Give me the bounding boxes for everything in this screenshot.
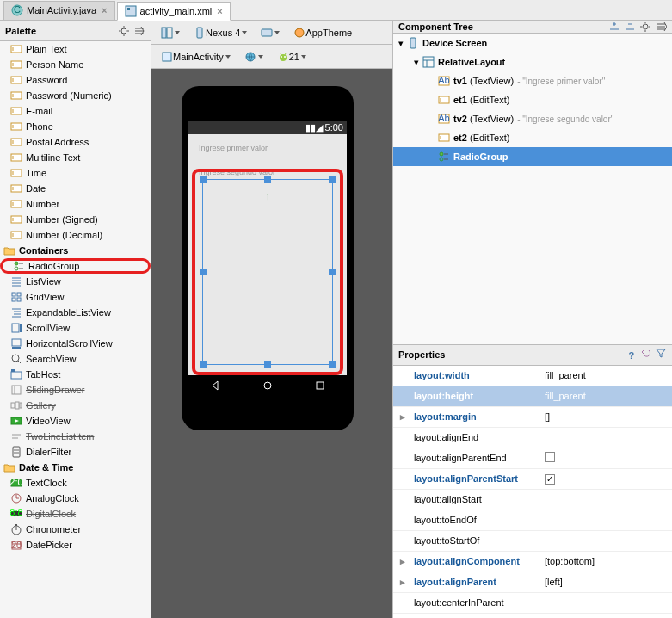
palette-item-videoview[interactable]: VideoView — [0, 413, 151, 429]
palette-toggle-button[interactable] — [157, 24, 184, 41]
palette-item-twolinelistitem[interactable]: TwoLineListItem — [0, 429, 151, 444]
tree-node-tv1[interactable]: Abtv1 (TextView)- "Ingrese primer valor" — [393, 71, 672, 90]
palette-item-digitalclock[interactable]: 88:88DigitalClock — [0, 506, 151, 522]
checkbox[interactable] — [545, 452, 555, 462]
property-layout-height[interactable]: layout:heightfill_parent — [393, 386, 672, 407]
palette-category-datetime[interactable]: Date & Time — [0, 460, 151, 475]
minimize-icon[interactable] — [655, 21, 667, 33]
gear-icon[interactable] — [118, 25, 130, 37]
palette-item-gallery[interactable]: Gallery — [0, 398, 151, 413]
checkbox[interactable] — [545, 474, 555, 485]
help-icon[interactable]: ? — [626, 350, 638, 362]
expand-icon[interactable] — [608, 21, 620, 33]
property-layout-alignparentstart[interactable]: layout:alignParentStart — [393, 469, 672, 490]
palette-item-gridview[interactable]: GridView — [0, 289, 151, 305]
property-value[interactable]: fill_parent — [545, 370, 586, 380]
device-selector[interactable]: Nexus 4 — [189, 24, 251, 41]
property-value[interactable]: [] — [545, 411, 550, 422]
palette-item-textclock[interactable]: 12:00TextClock — [0, 475, 151, 491]
resize-handle[interactable] — [329, 269, 336, 275]
locale-selector[interactable] — [240, 48, 268, 65]
theme-selector[interactable]: AppTheme — [289, 24, 356, 41]
palette-item-password-numeric-[interactable]: Password (Numeric) — [0, 88, 151, 103]
tree-node-tv2[interactable]: Abtv2 (TextView)- "Ingrese segundo valor… — [393, 109, 672, 128]
activity-selector[interactable]: MainActivity — [157, 48, 235, 65]
tree-node-et2[interactable]: et2 (EditText) — [393, 128, 672, 147]
property-layout-alignparent[interactable]: ▸layout:alignParent[left] — [393, 572, 672, 593]
resize-handle[interactable] — [329, 176, 336, 183]
resize-handle[interactable] — [329, 361, 336, 368]
property-layout-alignparentend[interactable]: layout:alignParentEnd — [393, 448, 672, 469]
palette-item-horizontalscrollview[interactable]: HorizontalScrollView — [0, 336, 151, 351]
property-layout-aligncomponent[interactable]: ▸layout:alignComponent[top:bottom] — [393, 552, 672, 572]
collapse-icon[interactable] — [133, 25, 145, 37]
palette-item-person-name[interactable]: Person Name — [0, 57, 151, 72]
palette-category-containers[interactable]: Containers — [0, 243, 151, 258]
close-icon[interactable]: × — [217, 6, 222, 16]
palette-item-radiogroup[interactable]: RadioGroup — [0, 258, 151, 274]
orientation-button[interactable] — [256, 24, 284, 41]
tab-activity-main-xml[interactable]: activity_main.xml × — [117, 2, 231, 21]
caret-icon[interactable]: ▾ — [414, 57, 422, 68]
palette-item-analogclock[interactable]: AnalogClock — [0, 491, 151, 506]
tree-node-label: et1 (EditText) — [453, 95, 509, 105]
property-layout-width[interactable]: layout:widthfill_parent — [393, 366, 672, 386]
design-surface[interactable]: ▮▮◢ 5:00 Ingrese primer valor Ingrese se… — [151, 69, 392, 618]
property-value[interactable]: fill_parent — [545, 391, 586, 401]
palette-item-dialerfilter[interactable]: DialerFilter — [0, 444, 151, 460]
tree-node-label: RelativeLayout — [438, 57, 505, 67]
resize-handle[interactable] — [264, 361, 271, 368]
palette-item-expandablelistview[interactable]: ExpandableListView — [0, 305, 151, 320]
property-layout-centerinparent[interactable]: layout:centerInParent — [393, 593, 672, 614]
api-selector[interactable]: 21 — [273, 48, 311, 65]
expand-icon[interactable]: ▸ — [400, 411, 409, 423]
palette-item-searchview[interactable]: SearchView — [0, 351, 151, 367]
tree-node-device-screen[interactable]: ▾Device Screen — [393, 34, 672, 53]
tree-node-et1[interactable]: et1 (EditText) — [393, 90, 672, 109]
property-layout-alignstart[interactable]: layout:alignStart — [393, 490, 672, 510]
tree-node-radiogroup[interactable]: RadioGroup — [393, 147, 672, 166]
property-layout-tostartof[interactable]: layout:toStartOf — [393, 531, 672, 552]
property-layout-margin[interactable]: ▸layout:margin[] — [393, 407, 672, 428]
tab-main-activity-java[interactable]: C MainActivity.java × — [3, 1, 115, 20]
selection-rect[interactable]: ↑ — [202, 179, 333, 365]
palette-item-phone[interactable]: Phone — [0, 119, 151, 134]
property-layout-toendof[interactable]: layout:toEndOf — [393, 510, 672, 531]
gear-icon[interactable] — [639, 21, 651, 33]
filter-icon[interactable] — [655, 347, 667, 359]
property-layout-alignend[interactable]: layout:alignEnd — [393, 428, 672, 448]
folder-icon — [3, 244, 15, 256]
close-icon[interactable]: × — [102, 5, 107, 15]
resize-handle[interactable] — [200, 176, 207, 183]
palette-item-date[interactable]: Date — [0, 181, 151, 196]
palette-item-scrollview[interactable]: ScrollView — [0, 320, 151, 336]
collapse-icon[interactable] — [624, 21, 636, 33]
palette-item-multiline-text[interactable]: Multiline Text — [0, 150, 151, 165]
palette-item-number-decimal-[interactable]: Number (Decimal) — [0, 227, 151, 243]
palette-item-tabhost[interactable]: TabHost — [0, 367, 151, 382]
undo-icon[interactable] — [640, 347, 652, 359]
palette-item-chronometer[interactable]: Chronometer — [0, 522, 151, 537]
palette-item-slidingdrawer[interactable]: SlidingDrawer — [0, 382, 151, 398]
palette-item-postal-address[interactable]: Postal Address — [0, 134, 151, 150]
resize-handle[interactable] — [200, 269, 207, 275]
resize-handle[interactable] — [264, 176, 271, 183]
phone-screen[interactable]: ▮▮◢ 5:00 Ingrese primer valor Ingrese se… — [188, 121, 347, 396]
tree-node-relativelayout[interactable]: ▾RelativeLayout — [393, 53, 672, 71]
palette-item-plain-text[interactable]: Plain Text — [0, 41, 151, 57]
palette-item-number-signed-[interactable]: Number (Signed) — [0, 212, 151, 227]
palette-item-time[interactable]: Time — [0, 165, 151, 181]
palette-item-datepicker[interactable]: 20DatePicker — [0, 537, 151, 553]
expand-icon[interactable]: ▸ — [400, 577, 409, 588]
palette-item-number[interactable]: Number — [0, 196, 151, 212]
property-value[interactable]: [left] — [545, 577, 563, 587]
property-style[interactable]: style — [393, 614, 672, 618]
palette-item-password[interactable]: Password — [0, 72, 151, 88]
property-value[interactable]: [top:bottom] — [545, 556, 595, 566]
editor-tabs: C MainActivity.java × activity_main.xml … — [0, 0, 672, 21]
caret-icon[interactable]: ▾ — [398, 38, 407, 49]
resize-handle[interactable] — [200, 361, 207, 368]
palette-item-e-mail[interactable]: E-mail — [0, 103, 151, 119]
palette-item-listview[interactable]: ListView — [0, 274, 151, 289]
expand-icon[interactable]: ▸ — [400, 556, 409, 567]
